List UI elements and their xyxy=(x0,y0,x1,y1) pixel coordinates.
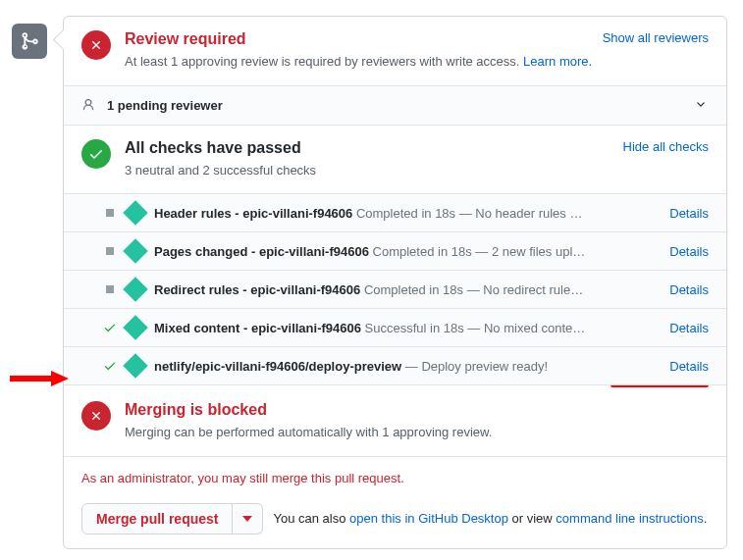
check-text: Header rules - epic-villani-f94606 Compl… xyxy=(154,206,660,221)
check-text: netlify/epic-villani-f94606/deploy-previ… xyxy=(154,359,660,374)
caret-down-icon xyxy=(242,514,252,524)
netlify-icon xyxy=(123,200,147,225)
details-link[interactable]: Details xyxy=(669,321,709,335)
merge-alt-text: You can also open this in GitHub Desktop… xyxy=(273,511,707,526)
netlify-icon xyxy=(123,315,147,339)
neutral-status-icon xyxy=(103,282,117,296)
merge-pr-button[interactable]: Merge pull request xyxy=(81,503,233,535)
details-link[interactable]: Details xyxy=(669,359,709,374)
check-name: netlify/epic-villani-f94606/deploy-previ… xyxy=(154,359,401,374)
cli-instructions-link[interactable]: command line instructions xyxy=(556,511,703,526)
merge-footer: As an administrator, you may still merge… xyxy=(64,457,726,548)
pending-reviewer-label: 1 pending reviewer xyxy=(107,98,223,113)
check-circle-icon xyxy=(81,139,111,169)
netlify-icon xyxy=(123,277,147,301)
neutral-status-icon xyxy=(103,206,117,220)
checks-desc: 3 neutral and 2 successful checks xyxy=(125,161,709,180)
check-name: Redirect rules - epic-villani-f94606 xyxy=(154,282,360,297)
check-name: Mixed content - epic-villani-f94606 xyxy=(154,321,361,335)
blocked-desc: Merging can be performed automatically w… xyxy=(125,423,709,442)
merge-dropdown-button[interactable] xyxy=(233,503,263,535)
pending-reviewer-row[interactable]: 1 pending reviewer xyxy=(64,86,726,126)
netlify-icon xyxy=(123,353,147,378)
check-meta: Completed in 18s — 2 new files upl… xyxy=(369,244,585,259)
x-circle-icon xyxy=(81,401,111,431)
checks-title: All checks have passed xyxy=(125,139,709,157)
check-meta: Completed in 18s — No header rules … xyxy=(352,206,582,221)
x-circle-icon xyxy=(81,30,111,60)
check-text: Redirect rules - epic-villani-f94606 Com… xyxy=(154,282,660,297)
check-meta: Successful in 18s — No mixed conte… xyxy=(361,321,585,335)
details-link[interactable]: Details xyxy=(669,244,709,259)
netlify-icon xyxy=(123,238,147,263)
details-link[interactable]: Details xyxy=(669,206,709,221)
neutral-status-icon xyxy=(103,244,117,258)
chevron-down-icon xyxy=(693,96,709,115)
check-row: netlify/epic-villani-f94606/deploy-previ… xyxy=(64,347,726,385)
person-icon xyxy=(81,98,95,112)
show-all-reviewers-link[interactable]: Show all reviewers xyxy=(603,30,709,45)
check-status-icon xyxy=(103,321,117,334)
git-merge-icon xyxy=(20,31,39,51)
check-row: Pages changed - epic-villani-f94606 Comp… xyxy=(64,232,726,271)
open-desktop-link[interactable]: open this in GitHub Desktop xyxy=(349,511,508,526)
check-meta: Completed in 18s — No redirect rule… xyxy=(360,282,583,297)
check-text: Mixed content - epic-villani-f94606 Succ… xyxy=(154,321,660,335)
check-meta: — Deploy preview ready! xyxy=(401,359,548,374)
check-name: Header rules - epic-villani-f94606 xyxy=(154,206,352,221)
check-name: Pages changed - epic-villani-f94606 xyxy=(154,244,369,259)
check-text: Pages changed - epic-villani-f94606 Comp… xyxy=(154,244,660,259)
admin-note: As an administrator, you may still merge… xyxy=(81,471,709,493)
learn-more-link[interactable]: Learn more. xyxy=(523,54,592,69)
review-required-section: Review required At least 1 approving rev… xyxy=(64,17,726,86)
review-desc: At least 1 approving review is required … xyxy=(125,52,709,72)
details-link[interactable]: Details xyxy=(669,282,709,297)
check-status-icon xyxy=(103,359,117,373)
check-row: Redirect rules - epic-villani-f94606 Com… xyxy=(64,271,726,309)
merge-button-group: Merge pull request xyxy=(81,503,263,535)
timeline-badge xyxy=(12,24,47,59)
merge-status-box: Review required At least 1 approving rev… xyxy=(63,16,727,549)
check-row: Mixed content - epic-villani-f94606 Succ… xyxy=(64,309,726,347)
checks-passed-section: All checks have passed 3 neutral and 2 s… xyxy=(64,126,726,195)
check-row: Header rules - epic-villani-f94606 Compl… xyxy=(64,194,726,232)
blocked-title: Merging is blocked xyxy=(125,401,709,419)
checks-list: Header rules - epic-villani-f94606 Compl… xyxy=(64,194,726,387)
merging-blocked-section: Merging is blocked Merging can be perfor… xyxy=(64,387,726,457)
hide-all-checks-link[interactable]: Hide all checks xyxy=(623,139,709,154)
